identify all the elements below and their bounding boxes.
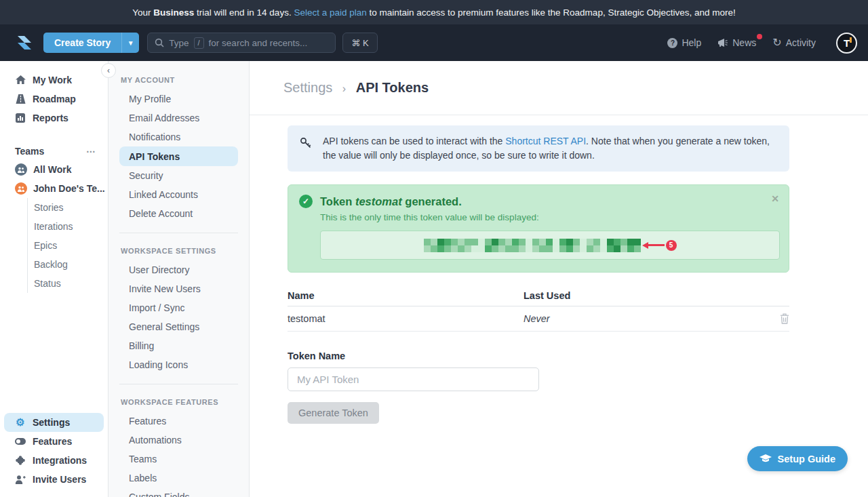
main-content: Settings › API Tokens API tokens can be … — [250, 61, 868, 497]
breadcrumb: Settings › API Tokens — [283, 80, 429, 96]
sidebar-item-backlog[interactable]: Backlog — [28, 255, 108, 274]
cmd-k-shortcut-badge[interactable]: ⌘ K — [342, 33, 377, 53]
settings-nav-labels[interactable]: Labels — [108, 469, 249, 488]
megaphone-icon — [717, 38, 728, 47]
sidebar-collapse-button[interactable]: ‹ — [101, 63, 116, 78]
generate-token-button[interactable]: Generate Token — [288, 402, 379, 424]
bar-chart-icon — [15, 113, 26, 123]
search-type-label: Type — [169, 38, 189, 48]
person-plus-icon — [15, 475, 26, 484]
close-icon[interactable]: ✕ — [771, 193, 779, 204]
page-title: API Tokens — [356, 80, 429, 95]
token-name-input[interactable] — [288, 367, 539, 391]
settings-nav: MY ACCOUNT My Profile Email Addresses No… — [108, 61, 250, 497]
arrow-head-icon — [642, 242, 648, 249]
table-row: testomat Never — [288, 306, 789, 332]
alert-title-prefix: Token — [320, 195, 355, 207]
sidebar-item-reports[interactable]: Reports — [0, 108, 108, 127]
setup-guide-label: Setup Guide — [778, 454, 835, 464]
alert-subtitle: This is the only time this token value w… — [320, 212, 778, 222]
api-tokens-info-box: API tokens can be used to interact with … — [288, 125, 789, 172]
sidebar-item-epics[interactable]: Epics — [28, 236, 108, 255]
breadcrumb-separator: › — [342, 83, 346, 94]
team-label: John Doe's Te... — [33, 183, 105, 194]
settings-nav-automations[interactable]: Automations — [108, 431, 249, 450]
annotation-badge: 5 — [666, 240, 677, 251]
activity-button[interactable]: ↻ Activity — [772, 37, 816, 48]
help-button[interactable]: ? Help — [667, 37, 701, 48]
check-circle-icon: ✓ — [299, 195, 313, 208]
sidebar-item-status[interactable]: Status — [28, 274, 108, 293]
settings-nav-user-directory[interactable]: User Directory — [108, 260, 249, 279]
sidebar-item-features[interactable]: Features — [4, 432, 104, 451]
user-avatar[interactable]: T — [836, 33, 857, 54]
teams-menu-icon[interactable]: ⋯ — [86, 146, 97, 157]
news-button[interactable]: News — [717, 37, 756, 48]
search-placeholder: for search and recents... — [209, 38, 308, 48]
settings-nav-features[interactable]: Features — [108, 412, 249, 431]
create-story-caret-icon[interactable]: ▼ — [121, 33, 139, 53]
search-icon — [155, 38, 164, 47]
sidebar-item-iterations[interactable]: Iterations — [28, 217, 108, 236]
sidebar-item-integrations[interactable]: Integrations — [4, 451, 104, 470]
create-story-label[interactable]: Create Story — [43, 33, 121, 53]
activity-label: Activity — [786, 37, 816, 48]
sidebar-item-label: Roadmap — [33, 94, 76, 104]
team-label: All Work — [33, 164, 72, 175]
sidebar-item-roadmap[interactable]: Roadmap — [0, 90, 108, 108]
sidebar-item-invite-users[interactable]: Invite Users — [4, 470, 104, 489]
settings-nav-my-profile[interactable]: My Profile — [108, 90, 249, 108]
news-notification-dot — [757, 34, 762, 39]
graduation-cap-icon — [760, 454, 772, 464]
trial-plan-name: Business — [153, 7, 194, 18]
settings-nav-email-addresses[interactable]: Email Addresses — [108, 108, 249, 127]
settings-nav-custom-fields[interactable]: Custom Fields — [108, 488, 249, 497]
column-header-last-used: Last Used — [524, 290, 789, 301]
settings-nav-linked-accounts[interactable]: Linked Accounts — [108, 185, 249, 204]
sidebar-item-all-work[interactable]: All Work — [0, 160, 108, 179]
settings-nav-billing[interactable]: Billing — [108, 336, 249, 355]
settings-nav-section-header: MY ACCOUNT — [108, 71, 249, 90]
settings-nav-api-tokens[interactable]: API Tokens — [119, 146, 238, 166]
settings-nav-import-sync[interactable]: Import / Sync — [108, 298, 249, 317]
column-header-name: Name — [288, 290, 524, 301]
settings-nav-section-header: WORKSPACE FEATURES — [108, 393, 249, 412]
search-input[interactable]: Type / for search and recents... — [147, 33, 336, 53]
trial-text-suffix: to maintain access to premium features l… — [367, 7, 736, 18]
setup-guide-button[interactable]: Setup Guide — [747, 446, 848, 471]
token-name-cell: testomat — [288, 313, 524, 324]
page-header: Settings › API Tokens — [250, 61, 868, 115]
settings-nav-general-settings[interactable]: General Settings — [108, 317, 249, 336]
trial-text-middle: trial will end in 14 days. — [194, 7, 294, 18]
settings-nav-invite-new-users[interactable]: Invite New Users — [108, 279, 249, 298]
road-icon — [15, 94, 26, 104]
alert-token-name: testomat — [355, 195, 402, 207]
sidebar-item-label: Reports — [33, 113, 68, 123]
sidebar-item-settings[interactable]: ⚙ Settings — [4, 413, 104, 432]
sidebar-item-label: Features — [33, 436, 72, 447]
shortcut-logo-icon[interactable] — [14, 32, 35, 54]
token-generated-alert: ✕ ✓ Token testomat generated. This is th… — [288, 184, 789, 273]
settings-nav-delete-account[interactable]: Delete Account — [108, 204, 249, 223]
delete-token-icon[interactable] — [780, 313, 789, 324]
home-icon — [15, 75, 26, 85]
main-sidebar: My Work Roadmap Reports Teams ⋯ All Work — [0, 61, 108, 497]
breadcrumb-settings[interactable]: Settings — [283, 80, 332, 95]
settings-nav-security[interactable]: Security — [108, 166, 249, 185]
sidebar-item-john-does-team[interactable]: John Doe's Te... — [0, 179, 108, 198]
top-navbar: Create Story ▼ Type / for search and rec… — [0, 24, 868, 61]
slash-key-badge: / — [194, 37, 204, 49]
tokens-table: Name Last Used testomat Never — [288, 285, 789, 332]
redacted-token-mosaic — [424, 239, 641, 252]
sidebar-item-my-work[interactable]: My Work — [0, 71, 108, 90]
alert-title: Token testomat generated. — [320, 195, 462, 208]
settings-nav-loading-icons[interactable]: Loading Icons — [108, 355, 249, 374]
alert-title-suffix: generated. — [402, 195, 462, 207]
settings-nav-notifications[interactable]: Notifications — [108, 127, 249, 146]
create-story-button[interactable]: Create Story ▼ — [43, 33, 139, 53]
select-paid-plan-link[interactable]: Select a paid plan — [294, 7, 366, 18]
sidebar-item-stories[interactable]: Stories — [28, 198, 108, 217]
sidebar-item-label: My Work — [33, 75, 72, 85]
shortcut-rest-api-link[interactable]: Shortcut REST API — [505, 136, 586, 146]
settings-nav-teams[interactable]: Teams — [108, 450, 249, 469]
